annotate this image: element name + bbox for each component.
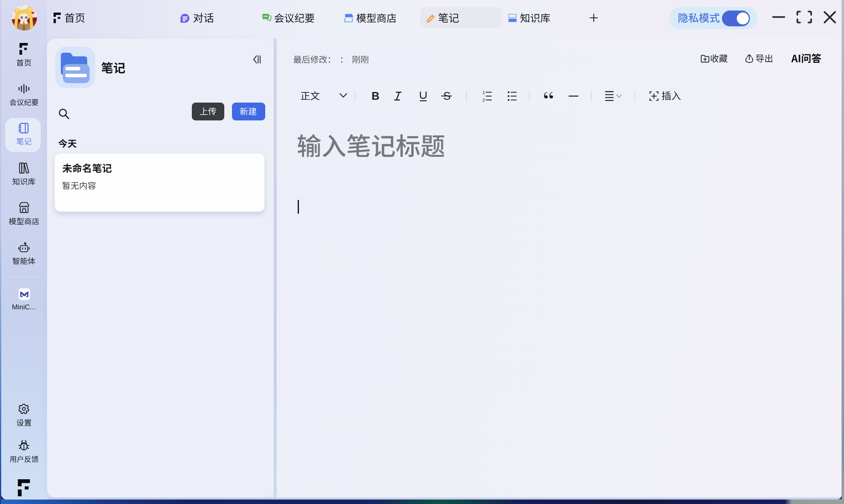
svg-text:B: B xyxy=(372,90,380,102)
svg-text:1: 1 xyxy=(483,90,485,95)
svg-text:2: 2 xyxy=(483,98,485,103)
